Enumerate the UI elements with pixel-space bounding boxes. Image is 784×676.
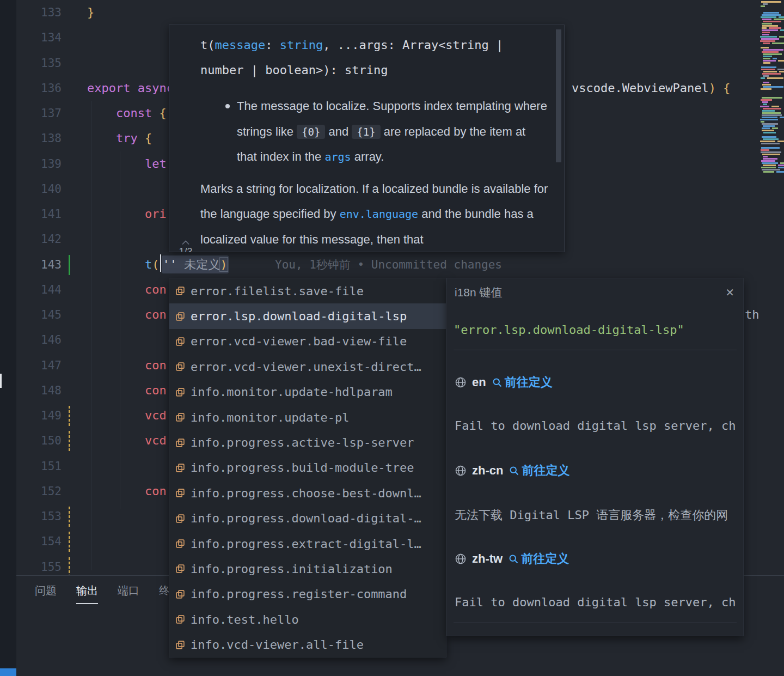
translation-text: 无法下载 Digital LSP 语言服务器，检查你的网 bbox=[455, 507, 736, 522]
code-link[interactable]: args bbox=[324, 150, 351, 163]
suggestion-label: info.vcd-viewer.all-file bbox=[191, 638, 364, 651]
code-token: con bbox=[145, 358, 167, 372]
code-token: th bbox=[745, 308, 759, 321]
minimap-bar bbox=[762, 136, 776, 138]
minimap-bar bbox=[776, 171, 784, 173]
suggestion-item[interactable]: info.monitor.update-hdlparam bbox=[169, 380, 446, 405]
code-text: con bbox=[145, 479, 167, 504]
minimap-bar bbox=[761, 147, 780, 149]
panel-tab-2[interactable]: 端口 bbox=[118, 583, 139, 604]
globe-icon bbox=[455, 465, 467, 477]
minimap-bar bbox=[762, 27, 767, 29]
close-icon[interactable]: ✕ bbox=[725, 286, 734, 299]
suggestion-item[interactable]: info.progress.choose-best-downl… bbox=[169, 480, 446, 506]
code-text: vscode.WebviewPanel) { bbox=[572, 76, 730, 101]
code-token: vcd bbox=[145, 409, 167, 422]
minimap-bar bbox=[763, 21, 781, 22]
goto-definition-link[interactable]: 前往定义 bbox=[508, 551, 569, 567]
code-token: con bbox=[145, 308, 167, 321]
minimap-bar bbox=[779, 16, 784, 18]
minimap-bar bbox=[761, 167, 776, 168]
i18n-ghost-value: 未定义 bbox=[177, 258, 220, 271]
suggestion-label: info.progress.build-module-tree bbox=[191, 461, 414, 474]
suggestion-item[interactable]: error.lsp.download-digital-lsp bbox=[169, 303, 446, 328]
minimap-bar bbox=[763, 165, 776, 166]
panel-tab-0[interactable]: 问题 bbox=[35, 583, 57, 604]
globe-icon bbox=[455, 553, 467, 565]
suggestion-label: info.progress.extract-digital-l… bbox=[191, 537, 421, 551]
minimap-bar bbox=[763, 12, 780, 14]
language-row: zh-tw前往定义 bbox=[455, 551, 736, 567]
suggestion-item[interactable]: error.vcd-viewer.unexist-direct… bbox=[169, 354, 446, 379]
suggestion-item[interactable]: info.progress.initialization bbox=[169, 556, 446, 581]
suggestion-item[interactable]: info.test.hello bbox=[169, 607, 446, 632]
suggestion-item[interactable]: info.progress.download-digital-… bbox=[169, 506, 446, 531]
code-token: con bbox=[145, 383, 167, 397]
minimap-bar bbox=[778, 60, 784, 62]
active-view-indicator bbox=[0, 374, 2, 388]
language-label: en bbox=[472, 375, 486, 389]
chevron-up-icon[interactable] bbox=[174, 236, 198, 245]
code-chip: {0} bbox=[297, 125, 325, 139]
panel-tab-1[interactable]: 输出 bbox=[76, 583, 98, 604]
minimap-bar bbox=[762, 130, 774, 131]
hover-text: and bbox=[325, 125, 352, 138]
minimap-bar bbox=[762, 25, 778, 27]
status-badge[interactable] bbox=[0, 668, 16, 676]
code-token: ) { bbox=[709, 81, 731, 95]
minimap-bar bbox=[772, 42, 784, 44]
minimap-bar bbox=[762, 154, 780, 155]
minimap-bar bbox=[760, 141, 775, 142]
code-token: t bbox=[145, 258, 152, 271]
i18n-docs-panel: i18n 键值 ✕ "error.lsp.download-digital-ls… bbox=[446, 278, 744, 636]
i18n-key-icon bbox=[175, 361, 186, 372]
hover-doc-list: The message to localize. Supports index … bbox=[224, 94, 549, 170]
suggestion-item[interactable]: info.progress.register-command bbox=[169, 582, 446, 607]
suggestion-item[interactable]: info.vcd-viewer.all-file bbox=[169, 632, 446, 657]
minimap-bar bbox=[772, 127, 778, 129]
suggestion-item[interactable]: error.filelist.save-file bbox=[169, 278, 446, 303]
minimap[interactable] bbox=[759, 0, 784, 174]
minimap-bar bbox=[763, 3, 767, 5]
i18n-key-icon bbox=[175, 437, 186, 448]
gutter-change-modified bbox=[69, 431, 70, 451]
i18n-key-icon bbox=[175, 513, 186, 524]
minimap-bar bbox=[762, 123, 779, 125]
minimap-bar bbox=[762, 34, 769, 35]
code-text: con bbox=[145, 353, 167, 378]
suggestion-item[interactable]: info.progress.active-lsp-server bbox=[169, 430, 446, 455]
gutter-change-modified bbox=[69, 532, 70, 552]
minimap-bar bbox=[780, 117, 784, 118]
suggestion-item[interactable]: info.monitor.update-pl bbox=[169, 405, 446, 430]
gutter-change-added bbox=[69, 255, 70, 275]
divider bbox=[454, 350, 737, 350]
language-label: zh-cn bbox=[472, 464, 503, 478]
code-token: con bbox=[145, 283, 167, 296]
code-text: con bbox=[145, 302, 167, 327]
suggestion-item[interactable]: info.progress.extract-digital-l… bbox=[169, 531, 446, 556]
i18n-key-icon bbox=[175, 563, 186, 574]
panel-tab-3[interactable]: 终 bbox=[159, 583, 170, 604]
minimap-bar bbox=[763, 156, 768, 157]
language-row: en前往定义 bbox=[455, 374, 736, 391]
code-line[interactable]: 133} bbox=[0, 0, 784, 26]
suggestion-list: error.filelist.save-fileerror.lsp.downlo… bbox=[169, 278, 446, 657]
code-link[interactable]: env.language bbox=[340, 208, 419, 221]
minimap-bar bbox=[762, 23, 772, 25]
minimap-bar bbox=[773, 58, 777, 59]
hover-paragraph: Marks a string for localization. If a lo… bbox=[200, 176, 553, 253]
suggestion-item[interactable]: error.vcd-viewer.bad-view-file bbox=[169, 329, 446, 354]
hover-text: array. bbox=[351, 150, 384, 163]
code-line[interactable]: 143You, 1秒钟前 • Uncommitted changest('' 未… bbox=[0, 252, 784, 278]
minimap-bar bbox=[761, 160, 775, 162]
goto-definition-link[interactable]: 前往定义 bbox=[509, 462, 569, 479]
suggestion-label: info.progress.choose-best-downl… bbox=[191, 486, 421, 500]
minimap-bar bbox=[763, 58, 770, 59]
suggestion-item[interactable]: info.progress.build-module-tree bbox=[169, 455, 446, 480]
suggestion-label: error.filelist.save-file bbox=[191, 284, 364, 298]
hover-scrollbar[interactable] bbox=[556, 29, 561, 162]
minimap-bar bbox=[777, 141, 784, 142]
signature-token: t( bbox=[200, 38, 215, 52]
goto-definition-link[interactable]: 前往定义 bbox=[492, 374, 553, 391]
minimap-bar bbox=[761, 99, 772, 101]
